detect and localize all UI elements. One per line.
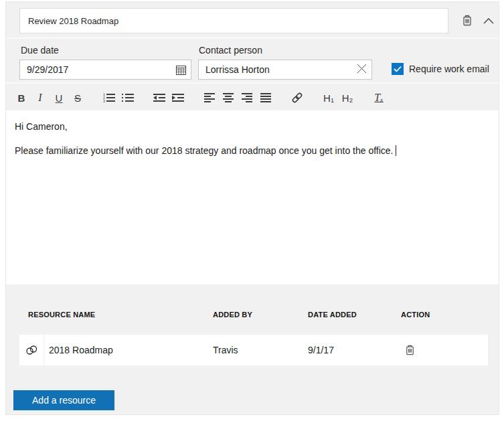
clear-formatting-button[interactable]: Tₓ [369, 88, 388, 108]
link-icon [291, 92, 303, 104]
resource-link-icon [19, 335, 44, 365]
require-work-email-checkbox[interactable] [392, 63, 404, 75]
delete-task-button[interactable] [458, 12, 476, 29]
chevron-up-icon [483, 17, 495, 27]
editor-body-line: Please familiarize yourself with our 201… [15, 144, 490, 157]
align-justify-button[interactable] [256, 88, 275, 108]
editor-greeting-line: Hi Cameron, [15, 120, 490, 133]
column-header-date-added: DATE ADDED [308, 311, 357, 319]
numbered-list-button[interactable]: 1 2 3 [100, 88, 118, 108]
trash-icon [461, 13, 473, 28]
strikethrough-button[interactable]: S [68, 88, 87, 108]
italic-button[interactable]: I [31, 88, 50, 108]
resource-name-cell[interactable]: 2018 Roadmap [49, 335, 113, 365]
contact-person-input[interactable] [198, 60, 372, 80]
table-row: 2018 Roadmap Travis 9/1/17 [19, 335, 488, 365]
indent-icon [172, 92, 184, 103]
align-center-icon [223, 93, 234, 102]
formatting-toolbar: B I U S 1 2 3 [6, 85, 499, 110]
task-title-input[interactable] [19, 8, 448, 33]
column-header-added-by: ADDED BY [213, 311, 252, 319]
trash-icon [404, 343, 416, 357]
align-right-icon [242, 93, 252, 102]
due-date-input[interactable] [19, 60, 191, 80]
column-header-resource-name: RESOURCE NAME [28, 311, 95, 319]
checkmark-icon [394, 63, 402, 75]
heading-1-button[interactable]: H₁ [319, 88, 338, 108]
numbered-list-icon: 1 2 3 [103, 92, 115, 103]
align-left-icon [204, 93, 215, 102]
due-date-label: Due date [21, 45, 59, 56]
outdent-button[interactable] [150, 88, 169, 108]
outdent-icon [153, 92, 165, 103]
insert-link-button[interactable] [288, 88, 307, 108]
align-right-button[interactable] [238, 88, 256, 108]
underline-button[interactable]: U [50, 88, 68, 108]
indent-button[interactable] [169, 88, 187, 108]
calendar-icon[interactable] [174, 63, 187, 76]
delete-resource-button[interactable] [401, 341, 418, 359]
contact-person-label: Contact person [199, 45, 262, 56]
require-work-email-label[interactable]: Require work email [409, 64, 489, 74]
align-justify-icon [260, 93, 271, 102]
task-description-editor[interactable]: Hi Cameron, Please familiarize yourself … [6, 110, 499, 284]
x-icon [356, 63, 367, 76]
align-left-button[interactable] [200, 88, 219, 108]
clear-contact-button[interactable] [355, 63, 368, 76]
task-header-bar [6, 2, 499, 39]
align-center-button[interactable] [219, 88, 238, 108]
bullet-list-icon [122, 92, 134, 103]
heading-2-button[interactable]: H₂ [338, 88, 357, 108]
task-form-row: Due date Contact person [6, 40, 499, 84]
column-header-action: ACTION [401, 311, 430, 319]
text-cursor [396, 145, 396, 156]
collapse-task-button[interactable] [480, 13, 497, 30]
resource-added-by-cell: Travis [213, 335, 238, 365]
svg-text:3: 3 [103, 99, 105, 103]
task-panel: Due date Contact person [5, 1, 499, 415]
bullet-list-button[interactable] [118, 88, 137, 108]
bold-button[interactable]: B [12, 88, 31, 108]
resource-date-added-cell: 9/1/17 [308, 335, 334, 365]
add-resource-button[interactable]: Add a resource [13, 390, 114, 410]
